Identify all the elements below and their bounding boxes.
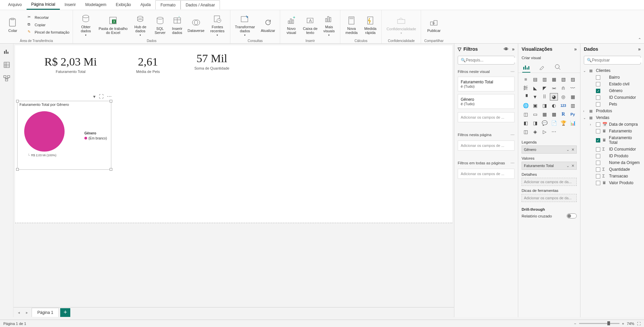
card-faturamento-total[interactable]: R$ 2,03 Mi Faturamento Total	[29, 55, 113, 74]
ribbon-chart-icon[interactable]: 〰	[569, 84, 577, 92]
page-prev-button[interactable]: ◂	[15, 310, 22, 315]
menu-tab-insert[interactable]: Inserir	[60, 0, 80, 10]
report-view-button[interactable]	[2, 47, 11, 56]
details-field-well[interactable]: Adicionar os campos de da...	[522, 178, 577, 186]
publish-button[interactable]: Publicar	[424, 13, 444, 37]
quick-measure-button[interactable]: Medida rápida	[362, 13, 379, 37]
table-row[interactable]: ⌄▦Vendas	[582, 114, 642, 121]
field-checkbox[interactable]	[596, 82, 600, 86]
remove-icon[interactable]: ✕	[571, 164, 574, 168]
field-row[interactable]: Pets	[582, 101, 642, 108]
page-tab[interactable]: Página 1	[32, 308, 59, 317]
line-stacked-icon[interactable]: ⫙	[559, 84, 567, 92]
collapse-icon[interactable]: »	[512, 46, 515, 52]
add-visual-filter-drop[interactable]: Adicionar os campos de ...	[458, 112, 515, 122]
clustered-bar-icon[interactable]: ▤	[531, 76, 539, 83]
menu-tab-modeling[interactable]: Modelagem	[80, 0, 111, 10]
paginated-icon[interactable]: 🏆	[559, 119, 567, 127]
gauge-icon[interactable]: ◐	[550, 102, 558, 109]
fit-page-button[interactable]: ⛶	[637, 322, 641, 326]
field-row[interactable]: Bairro	[582, 74, 642, 81]
build-visual-tab[interactable]	[522, 63, 530, 73]
model-view-button[interactable]	[2, 74, 11, 83]
cut-button[interactable]: ✂Recortar	[27, 14, 70, 21]
stacked-area-icon[interactable]: ◤	[540, 84, 548, 92]
legend-field-well[interactable]: Gênero⌄✕	[522, 146, 577, 154]
field-checkbox[interactable]: ✓	[596, 89, 600, 93]
decomposition-icon[interactable]: ◨	[531, 119, 539, 127]
apps-icon[interactable]: ◫	[522, 128, 530, 135]
visual-focus-icon[interactable]: ⛶	[99, 94, 104, 99]
r-script-icon[interactable]: R	[559, 111, 567, 118]
funnel-icon[interactable]: ▼	[531, 93, 539, 100]
field-row[interactable]: ID Produto	[582, 153, 642, 159]
area-chart-icon[interactable]: ◣	[531, 84, 539, 92]
line-chart-icon[interactable]: 折	[522, 84, 530, 92]
new-visual-button[interactable]: +Novo visual	[283, 13, 300, 37]
data-hub-button[interactable]: Hub de dados▾	[130, 13, 150, 37]
field-checkbox[interactable]	[596, 122, 600, 127]
text-box-button[interactable]: ACaixa de texto	[302, 13, 318, 37]
field-row[interactable]: ΣID Consumidor	[582, 146, 642, 153]
collapse-icon[interactable]: »	[638, 46, 641, 52]
report-canvas[interactable]: R$ 2,03 Mi Faturamento Total 2,61 Média …	[15, 45, 452, 223]
field-row[interactable]: ΣQuantidade	[582, 166, 642, 173]
key-influencers-icon[interactable]: ◧	[522, 119, 530, 127]
page-next-button[interactable]: ▸	[24, 310, 30, 315]
zoom-out-button[interactable]: −	[574, 322, 576, 326]
card-media-pets[interactable]: 2,61 Média de Pets	[126, 55, 170, 74]
enter-data-button[interactable]: +Inserir dados	[169, 13, 185, 37]
format-painter-button[interactable]: ✎Pincel de formatação	[27, 29, 70, 36]
table-icon[interactable]: ▦	[540, 111, 548, 118]
donut-icon[interactable]: ◎	[559, 93, 567, 100]
treemap-icon[interactable]: ▦	[569, 93, 577, 100]
field-checkbox[interactable]	[596, 102, 600, 107]
field-row[interactable]: ID Consumidor	[582, 94, 642, 101]
menu-tab-home[interactable]: Página Inicial	[27, 0, 60, 10]
table-row[interactable]: ›▦Produtos	[582, 108, 642, 114]
dataverse-button[interactable]: Dataverse	[187, 13, 205, 37]
field-checkbox[interactable]	[596, 161, 600, 165]
menu-tab-help[interactable]: Ajuda	[136, 0, 155, 10]
table-row[interactable]: ⌄▦Clientes	[582, 67, 642, 74]
field-row[interactable]: ›📅Data de compra	[582, 121, 642, 128]
automate-icon[interactable]: ▷	[540, 128, 548, 135]
qa-icon[interactable]: 💬	[540, 119, 548, 127]
map-icon[interactable]: 🌐	[522, 102, 530, 109]
field-checkbox[interactable]	[596, 154, 600, 158]
tooltips-field-well[interactable]: Adicionar os campos de da...	[522, 194, 577, 202]
slicer-icon[interactable]: ▭	[531, 111, 539, 118]
more-visuals-icon[interactable]: ⋯	[550, 128, 558, 135]
scatter-icon[interactable]: ⠿	[540, 93, 548, 100]
stacked-bar-icon[interactable]: ≡	[522, 76, 530, 83]
filters-search[interactable]: 🔍	[458, 56, 515, 65]
field-checkbox[interactable]	[596, 147, 600, 152]
field-row[interactable]: Nome da Origem	[582, 159, 642, 166]
resize-handle[interactable]	[110, 168, 112, 171]
add-all-filter-drop[interactable]: Adicionar os campos de ...	[458, 169, 515, 179]
zoom-in-button[interactable]: +	[622, 322, 624, 326]
menu-tab-format[interactable]: Formato	[155, 0, 181, 9]
new-measure-button[interactable]: Nova medida	[343, 13, 360, 37]
fields-search-input[interactable]	[592, 58, 642, 63]
resize-handle[interactable]	[16, 100, 19, 103]
remove-icon[interactable]: ✕	[571, 148, 574, 152]
waterfall-icon[interactable]: ▝	[522, 93, 530, 100]
recent-sources-button[interactable]: Fontes recentes▾	[207, 13, 227, 37]
field-row[interactable]: ΣTransacao	[582, 173, 642, 179]
get-data-button[interactable]: Obter dados▾	[76, 13, 96, 37]
field-checkbox[interactable]	[596, 181, 600, 185]
filter-card[interactable]: Gênero é (Tudo)	[458, 94, 515, 109]
excel-workbook-button[interactable]: XPasta de trabalho do Excel	[98, 13, 128, 37]
clustered-column-icon[interactable]: ▦	[550, 76, 558, 83]
refresh-button[interactable]: Atualizar	[259, 13, 277, 37]
field-checkbox[interactable]	[596, 167, 600, 172]
more-visuals-button[interactable]: Mais visuais▾	[320, 13, 337, 37]
zoom-slider[interactable]	[579, 323, 619, 324]
chevron-down-icon[interactable]: ⌄	[566, 148, 569, 152]
transform-data-button[interactable]: Transformar dados▾	[233, 13, 257, 37]
chevron-down-icon[interactable]: ⌄	[566, 164, 569, 168]
more-icon[interactable]: ⋯	[510, 132, 515, 137]
filters-search-input[interactable]	[466, 58, 516, 63]
paste-button[interactable]: Colar	[3, 13, 23, 37]
